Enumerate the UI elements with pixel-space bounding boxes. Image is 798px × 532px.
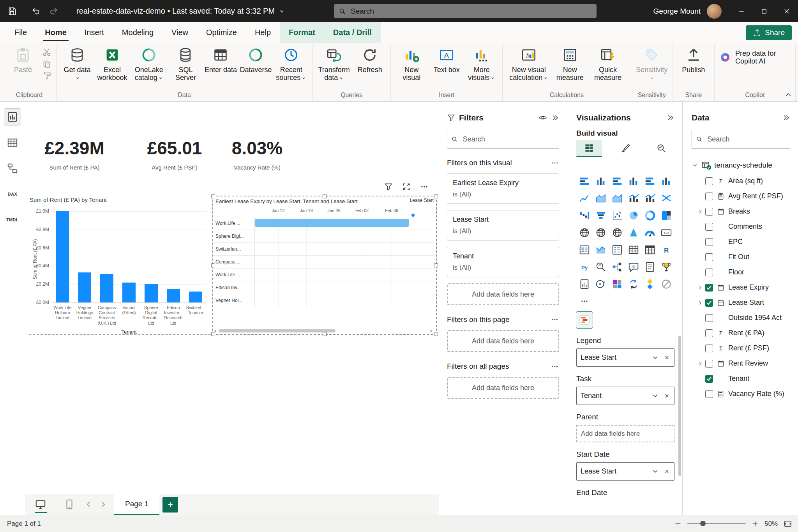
filters-search[interactable] — [447, 130, 559, 148]
excel-workbook-button[interactable]: Excel workbook — [95, 44, 130, 81]
menu-tab-home[interactable]: Home — [36, 22, 76, 43]
visual-type-area-chart-icon[interactable] — [593, 190, 609, 207]
enter-data-button[interactable]: Enter data — [203, 44, 238, 74]
visual-type-filled-map-icon[interactable] — [593, 224, 609, 241]
kpi-card-vacancy-rate[interactable]: 8.03% Vacancy Rate (%) — [214, 138, 300, 171]
transform-data-button[interactable]: Transform data — [316, 44, 352, 81]
get-more-visuals-button[interactable] — [576, 293, 593, 309]
chevron-down-icon[interactable] — [651, 468, 659, 475]
remove-field-icon[interactable] — [664, 468, 670, 475]
scrollbar[interactable] — [678, 336, 681, 476]
rail-item-dax-query-view[interactable]: DAX — [4, 186, 21, 202]
checkbox-rent-review[interactable] — [705, 360, 713, 368]
visual-type-power-apps-icon[interactable] — [609, 276, 625, 292]
titlebar-search-input[interactable] — [350, 7, 592, 16]
selection-handle[interactable] — [434, 194, 438, 198]
add-data-fields-dropzone[interactable]: Add data fields here — [447, 283, 559, 305]
visual-type-stacked-column-chart-icon[interactable] — [593, 173, 609, 189]
filter-card-earliest-lease-expiry[interactable]: Earliest Lease Expiry is (All) — [447, 173, 559, 204]
visual-type-stacked-area-chart-icon[interactable] — [609, 190, 625, 207]
user-avatar[interactable] — [707, 4, 722, 19]
field-vacancy-rate[interactable]: Vacancy Rate (%) — [692, 386, 790, 401]
field-epc[interactable]: EPC — [692, 234, 790, 249]
sql-server-button[interactable]: SQL Server — [168, 44, 203, 81]
visual-type-stacked-bar-chart-icon[interactable] — [576, 173, 593, 189]
selection-handle[interactable] — [434, 332, 438, 336]
visual-type-ribbon-chart-icon[interactable] — [658, 190, 674, 207]
checkbox-comments[interactable] — [705, 223, 713, 231]
checkbox-tenant[interactable] — [705, 375, 713, 383]
checkbox-epc[interactable] — [705, 238, 713, 246]
data-search[interactable] — [692, 130, 790, 148]
checkbox-breaks[interactable] — [705, 208, 713, 216]
tab-format-visual[interactable] — [613, 140, 638, 157]
new-visual-calculation-button[interactable]: fx New visual calculation — [506, 44, 552, 81]
user-name[interactable]: George Mount — [653, 7, 701, 16]
visual-type-azure-map-icon[interactable] — [625, 224, 642, 241]
save-icon[interactable] — [7, 6, 17, 16]
menu-tab-data-drill[interactable]: Data / Drill — [324, 22, 381, 43]
rail-item-table-view[interactable] — [4, 134, 21, 151]
zoom-out-icon[interactable] — [674, 520, 682, 528]
checkbox-avg-rent-psf[interactable] — [705, 193, 713, 200]
tab-build-visual[interactable] — [576, 140, 602, 157]
checkbox-rent-pa[interactable] — [705, 329, 713, 337]
visual-type-line-and-clustered-column-chart-icon[interactable] — [642, 190, 658, 207]
next-page-icon[interactable] — [99, 500, 108, 509]
field-floor[interactable]: Floor — [692, 265, 790, 280]
field-rent-psf[interactable]: ΣRent (£ PSF) — [692, 341, 790, 356]
menu-tab-file[interactable]: File — [5, 22, 36, 43]
more-options-icon[interactable] — [420, 182, 429, 191]
maximize-button[interactable] — [753, 0, 775, 22]
chevron-right-icon[interactable] — [697, 209, 703, 215]
bar-work-life-holborn-limited[interactable] — [56, 211, 69, 302]
visual-type-clustered-bar-chart-icon[interactable] — [609, 173, 625, 189]
collapse-pane-icon[interactable] — [666, 113, 674, 122]
visual-type-line-chart-icon[interactable] — [576, 190, 593, 207]
zoom-slider[interactable] — [687, 523, 746, 524]
visual-type-pie-chart-icon[interactable] — [625, 207, 642, 224]
chevron-right-icon[interactable] — [697, 285, 703, 291]
get-data-button[interactable]: Get data — [60, 44, 95, 81]
focus-mode-icon[interactable] — [402, 182, 411, 191]
chevron-down-icon[interactable] — [651, 354, 659, 361]
report-canvas[interactable]: £2.39M Sum of Rent (£ PA) £65.01 Avg Ren… — [25, 102, 439, 515]
eye-icon[interactable] — [538, 113, 547, 122]
bar-vacant-fitted[interactable] — [122, 283, 136, 302]
visual-type-gauge-icon[interactable] — [642, 224, 658, 241]
collapse-pane-icon[interactable] — [551, 113, 559, 122]
table-tenancy-schedule[interactable]: tenancy-schedule — [692, 157, 790, 173]
visual-type-map-icon[interactable] — [576, 224, 593, 241]
bar-vegner-holdings-limited[interactable] — [78, 272, 91, 302]
visual-type-smart-narrative-icon[interactable] — [642, 259, 658, 275]
gantt-bar[interactable] — [255, 219, 409, 227]
collapse-pane-icon[interactable] — [782, 113, 790, 122]
remove-field-icon[interactable] — [664, 354, 670, 361]
cut-icon[interactable] — [42, 48, 51, 57]
share-button[interactable]: Share — [746, 25, 792, 40]
visual-type-card-icon[interactable]: 123 — [658, 224, 674, 241]
visual-type-kpi-icon[interactable] — [593, 242, 609, 258]
rail-item-tmdl-view[interactable]: TMDL — [4, 212, 21, 228]
visual-type-multi-row-card-icon[interactable] — [576, 242, 593, 258]
field-outside-1954-act[interactable]: Outside 1954 Act — [692, 310, 790, 325]
remove-field-icon[interactable] — [664, 392, 670, 399]
rail-item-report-view[interactable] — [4, 109, 21, 125]
collapse-ribbon-icon[interactable] — [784, 90, 793, 99]
minimize-button[interactable] — [730, 0, 753, 22]
field-avg-rent-psf[interactable]: Avg Rent (£ PSF) — [692, 189, 790, 204]
dataverse-button[interactable]: Dataverse — [238, 44, 273, 74]
checkbox-area-sq-ft[interactable] — [705, 177, 713, 185]
visual-type-clustered-column-chart-icon[interactable] — [625, 173, 642, 189]
menu-tab-help[interactable]: Help — [246, 22, 280, 43]
bar-edison-investm-research-ltd[interactable] — [167, 289, 180, 302]
format-painter-icon[interactable] — [42, 71, 51, 80]
filter-card-tenant[interactable]: Tenant is (All) — [447, 247, 559, 277]
visual-type-scatter-chart-icon[interactable] — [609, 207, 625, 224]
visual-type-r-script-visual-icon[interactable]: R — [658, 242, 674, 258]
menu-tab-view[interactable]: View — [162, 22, 197, 43]
field-chip-lease-start[interactable]: Lease Start — [576, 462, 674, 481]
titlebar-search[interactable] — [334, 4, 597, 18]
document-title[interactable]: real-estate-data-viz-demo • Last saved: … — [76, 0, 285, 22]
add-data-fields-dropzone[interactable]: Add data fields here — [447, 377, 559, 399]
